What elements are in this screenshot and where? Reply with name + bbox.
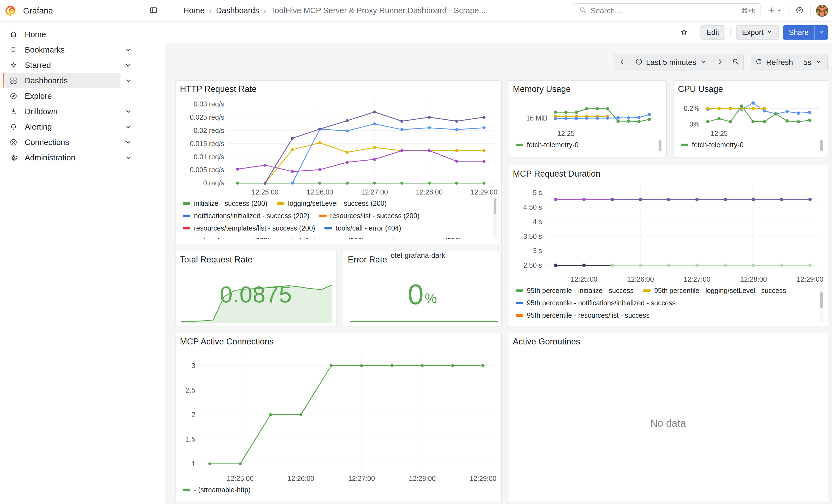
sidebar-item-dashboards[interactable]: Dashboards — [5, 73, 121, 88]
sidebar-item-connections[interactable]: Connections — [5, 135, 121, 150]
mcp-active-connections-chart[interactable]: 11.522.5312:25:0012:26:0012:27:0012:28:0… — [180, 348, 497, 483]
legend-item[interactable]: resources/templates/list - success (200) — [183, 224, 315, 232]
panel-title[interactable]: CPU Usage — [678, 83, 823, 95]
panel-title[interactable]: HTTP Request Rate — [180, 83, 497, 96]
legend-item[interactable]: tools/call - error (404) — [324, 224, 401, 232]
chevron-down-icon[interactable] — [124, 108, 132, 115]
chevron-down-icon[interactable] — [124, 154, 132, 161]
legend-swatch-icon — [516, 143, 523, 146]
breadcrumb-link-dashboards[interactable]: Dashboards — [216, 6, 259, 15]
legend-scrollbar[interactable] — [820, 285, 823, 322]
svg-text:12:28:00: 12:28:00 — [740, 275, 767, 283]
search-input[interactable]: Search... ⌘+k — [574, 3, 760, 18]
error-rate-value: 0 — [408, 280, 424, 309]
user-avatar[interactable] — [816, 5, 828, 17]
svg-text:4 s: 4 s — [533, 218, 542, 226]
panel-title[interactable]: Memory Usage — [513, 83, 662, 95]
legend-swatch-icon — [183, 488, 190, 491]
legend-item[interactable]: fetch-telemetry-0 — [516, 141, 579, 149]
legend-item[interactable]: 95th percentile - resources/list - succe… — [516, 312, 650, 319]
svg-text:5 s: 5 s — [533, 189, 542, 196]
sidebar-item-bookmarks[interactable]: Bookmarks — [5, 42, 121, 57]
chevron-down-icon[interactable] — [124, 77, 132, 84]
export-button-label: Export — [742, 28, 763, 37]
chevron-down-icon[interactable] — [124, 61, 132, 69]
help-button[interactable] — [794, 5, 805, 16]
time-controls: Last 5 minutes Refresh 5s — [614, 54, 828, 71]
legend-row: notifications/initialized - success (202… — [183, 210, 497, 222]
sidebar-toggle-button[interactable] — [148, 5, 159, 16]
cpu-usage-chart[interactable]: 0.2%0%12:25 — [678, 95, 823, 138]
legend-item[interactable]: tools/call - success (200) — [183, 237, 270, 239]
legend-swatch-icon — [319, 215, 327, 217]
svg-text:12:25: 12:25 — [557, 130, 575, 137]
datasource-overlay-label: otel-grafana-dark — [391, 251, 445, 260]
mcp-request-duration-chart[interactable]: 2.50 s3 s3.50 s4 s4.50 s5 s12:25:0012:26… — [513, 180, 823, 284]
favorite-star-button[interactable] — [679, 27, 689, 38]
add-button[interactable] — [766, 5, 783, 16]
http-request-rate-chart[interactable]: 0 req/s0.005 req/s0.01 req/s0.015 req/s0… — [180, 96, 497, 197]
chevron-down-icon — [818, 29, 825, 36]
legend-scrollbar[interactable] — [820, 139, 823, 153]
svg-text:12:25:00: 12:25:00 — [227, 475, 253, 482]
time-range-picker[interactable]: Last 5 minutes — [630, 54, 712, 71]
legend-item[interactable]: resources/list - success (200) — [319, 212, 420, 220]
chevron-down-icon — [815, 58, 822, 68]
legend-item[interactable]: fetch-telemetry-0 — [681, 141, 744, 149]
sidebar-item-administration[interactable]: Administration — [5, 150, 121, 165]
edit-button[interactable]: Edit — [701, 25, 725, 39]
breadcrumb-link-home[interactable]: Home — [183, 6, 204, 15]
legend-item[interactable]: 95th percentile - initialize - success — [516, 287, 634, 295]
legend-label: 95th percentile - initialize - success — [527, 287, 634, 295]
dashboards-grid-icon — [9, 77, 19, 85]
legend-item[interactable]: tools/list - success (200) — [279, 237, 364, 239]
legend-item[interactable]: 95th percentile - notifications/initiali… — [516, 299, 676, 307]
sidebar-item-alerting[interactable]: Alerting — [5, 119, 121, 135]
chevron-down-icon — [776, 7, 782, 14]
export-button[interactable]: Export — [736, 25, 779, 39]
time-shift-forward-button[interactable] — [712, 54, 728, 71]
sidebar-item-label: Starred — [25, 61, 51, 70]
memory-usage-chart[interactable]: 16 MiB12:25 — [513, 95, 662, 138]
refresh-button[interactable]: Refresh — [750, 54, 798, 71]
legend-scrollbar[interactable] — [493, 198, 497, 239]
legend-item[interactable]: - (streamable-http) — [183, 486, 251, 494]
error-rate-sparkline — [349, 319, 498, 322]
question-circle-icon — [796, 6, 804, 15]
legend-item[interactable]: 95th percentile - logging/setLevel - suc… — [643, 287, 786, 295]
zoom-out-time-button[interactable] — [728, 54, 744, 71]
panel-title[interactable]: MCP Active Connections — [180, 336, 497, 348]
header-right: Home›Dashboards›ToolHive MCP Server & Pr… — [165, 0, 832, 21]
sidebar-item-drilldown[interactable]: Drilldown — [5, 104, 121, 119]
legend-item[interactable]: unknown - success (200) — [373, 237, 461, 239]
legend-row: 95th percentile - initialize - success95… — [516, 285, 823, 297]
legend-scrollbar[interactable] — [658, 139, 662, 153]
legend-item[interactable]: logging/setLevel - success (200) — [277, 200, 387, 207]
breadcrumb-separator: › — [264, 6, 266, 16]
legend-row: 95th percentile - resources/list - succe… — [516, 309, 823, 322]
refresh-group: Refresh 5s — [750, 54, 828, 71]
share-button[interactable]: Share — [783, 25, 814, 39]
legend-label: 95th percentile - notifications/initiali… — [527, 299, 676, 307]
panel-title[interactable]: MCP Request Duration — [513, 168, 823, 180]
legend-item[interactable]: notifications/initialized - success (202… — [183, 212, 310, 220]
chevron-down-icon[interactable] — [124, 46, 132, 54]
share-menu-button[interactable] — [814, 25, 828, 39]
panel-title[interactable]: Active Goroutines — [513, 336, 823, 348]
panel-title[interactable]: Total Request Rate — [180, 254, 332, 266]
sidebar-item-label: Dashboards — [25, 76, 68, 85]
refresh-interval-picker[interactable]: 5s — [798, 54, 827, 71]
time-shift-back-button[interactable] — [614, 54, 630, 71]
brand-label: Grafana — [23, 6, 53, 16]
panel-error-rate: Error Rate otel-grafana-dark 0 % — [343, 251, 501, 326]
bookmark-icon — [9, 46, 19, 54]
sidebar-item-explore[interactable]: Explore — [5, 88, 121, 104]
chevron-down-icon[interactable] — [124, 123, 132, 131]
svg-text:0.015 req/s: 0.015 req/s — [190, 140, 224, 148]
sidebar-item-home[interactable]: Home — [5, 27, 121, 42]
legend-row: - (streamable-http) — [183, 484, 497, 496]
chevron-down-icon[interactable] — [124, 138, 132, 146]
legend-item[interactable]: initialize - success (200) — [183, 200, 267, 207]
time-range-label: Last 5 minutes — [646, 58, 696, 67]
sidebar-item-starred[interactable]: Starred — [5, 57, 121, 73]
